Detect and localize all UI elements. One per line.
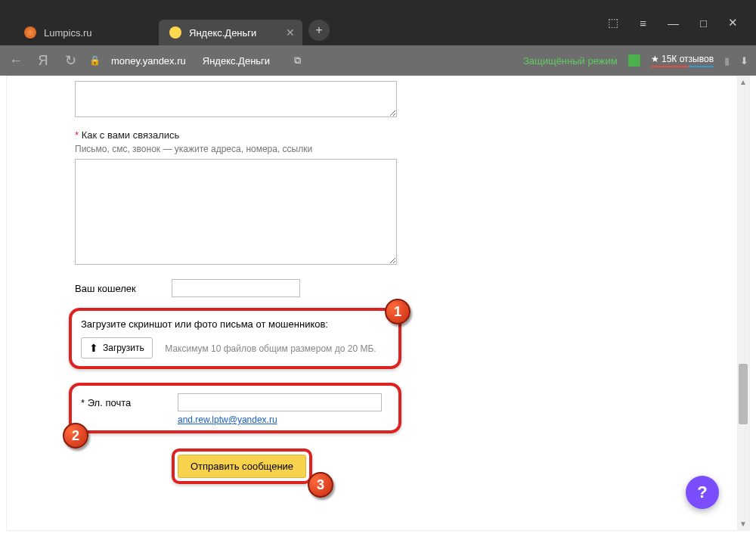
- minimize-button[interactable]: —: [668, 17, 679, 29]
- submit-highlight-box: Отправить сообщение: [172, 449, 312, 484]
- scroll-up-arrow[interactable]: ▲: [737, 76, 749, 88]
- viewport: * Как с вами связались Письмо, смс, звон…: [6, 76, 750, 531]
- new-tab-button[interactable]: +: [308, 20, 330, 41]
- submit-button[interactable]: Отправить сообщение: [178, 455, 306, 478]
- copy-icon[interactable]: ⧉: [294, 54, 301, 67]
- maximize-button[interactable]: □: [700, 17, 707, 29]
- favicon-lumpics: [24, 26, 36, 39]
- shield-icon[interactable]: [628, 54, 640, 67]
- scrollbar-track[interactable]: ▲ ▼: [737, 76, 749, 530]
- secure-mode-label: Защищённый режим: [523, 55, 618, 67]
- submit-wrap: Отправить сообщение 3: [172, 449, 312, 484]
- titlebar: Lumpics.ru Яндекс.Деньги ✕ + ⬚ ≡ — □ ✕: [0, 0, 756, 45]
- tab-strip: Lumpics.ru Яндекс.Деньги ✕ +: [14, 20, 330, 45]
- close-tab-icon[interactable]: ✕: [286, 26, 295, 39]
- tab-lumpics[interactable]: Lumpics.ru: [14, 20, 157, 45]
- email-input[interactable]: [178, 393, 382, 411]
- close-window-button[interactable]: ✕: [728, 16, 738, 29]
- email-highlight-box: 2 * Эл. почта and.rew.lptw@yandex.ru: [69, 383, 401, 433]
- contact-method-textarea[interactable]: [75, 159, 397, 265]
- annotation-badge-3: 3: [308, 472, 333, 498]
- upload-highlight-box: 1 Загрузите скриншот или фото письма от …: [69, 308, 401, 369]
- annotation-badge-1: 1: [385, 299, 411, 324]
- library-icon[interactable]: ⬚: [608, 16, 618, 29]
- contact-method-hint: Письмо, смс, звонок — укажите адреса, но…: [75, 144, 457, 154]
- page-content: * Как с вами связались Письмо, смс, звон…: [7, 76, 472, 530]
- page-title: Яндекс.Деньги: [203, 55, 270, 67]
- email-suggestion-link[interactable]: and.rew.lptw@yandex.ru: [178, 414, 277, 425]
- bookmark-icon[interactable]: ▮: [724, 55, 730, 67]
- upload-button[interactable]: ⬆ Загрузить: [81, 337, 153, 359]
- download-icon[interactable]: ⬇: [740, 55, 748, 67]
- url-bar: ← Я ↻ 🔒 money.yandex.ru Яндекс.Деньги ⧉ …: [0, 45, 756, 76]
- yandex-home-button[interactable]: Я: [35, 53, 51, 69]
- wallet-input[interactable]: [172, 279, 300, 297]
- scrollbar-thumb[interactable]: [739, 364, 748, 424]
- menu-icon[interactable]: ≡: [640, 17, 646, 29]
- lock-icon[interactable]: 🔒: [89, 55, 101, 66]
- tab-label: Lumpics.ru: [44, 27, 92, 39]
- upload-icon: ⬆: [89, 342, 98, 354]
- wallet-label: Ваш кошелек: [75, 283, 163, 294]
- contact-method-label: * Как с вами связались: [75, 129, 457, 141]
- url-domain[interactable]: money.yandex.ru: [111, 55, 186, 67]
- tab-label: Яндекс.Деньги: [189, 27, 256, 39]
- favicon-yandex: [169, 26, 181, 39]
- upload-section-label: Загрузите скриншот или фото письма от мо…: [81, 318, 389, 330]
- scroll-down-arrow[interactable]: ▼: [737, 518, 749, 530]
- email-label: * Эл. почта: [81, 397, 169, 408]
- tab-yandex-money[interactable]: Яндекс.Деньги ✕: [159, 20, 302, 45]
- upload-note: Максимум 10 файлов общим размером до 20 …: [165, 343, 376, 354]
- help-fab[interactable]: ?: [686, 476, 719, 509]
- annotation-badge-2: 2: [63, 423, 88, 449]
- window-controls: ⬚ ≡ — □ ✕: [608, 0, 756, 45]
- prev-textarea[interactable]: [75, 81, 397, 117]
- reload-button[interactable]: ↻: [62, 52, 79, 69]
- back-button[interactable]: ←: [8, 53, 24, 69]
- reviews-badge[interactable]: ★ 15К отзывов: [651, 54, 714, 67]
